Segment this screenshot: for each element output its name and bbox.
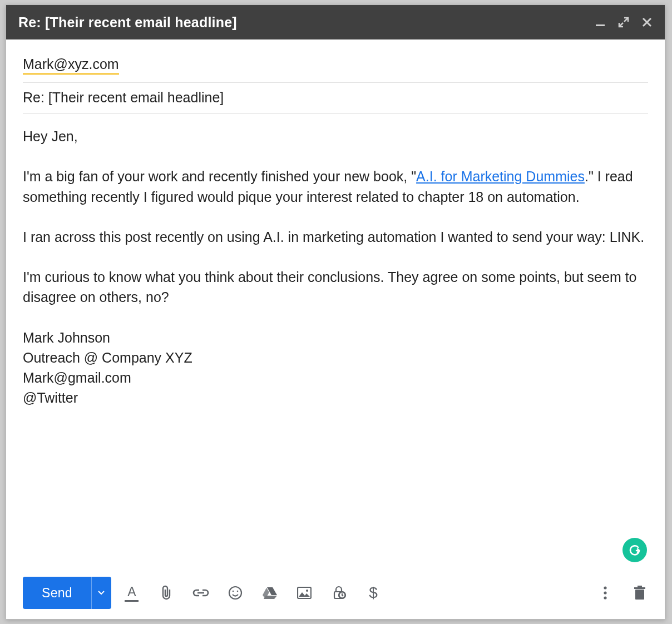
svg-point-10 xyxy=(604,591,606,594)
discard-draft-icon[interactable] xyxy=(631,585,648,601)
minimize-icon[interactable] xyxy=(595,17,606,28)
svg-point-5 xyxy=(306,590,308,592)
grammarly-icon[interactable] xyxy=(622,538,647,562)
insert-photo-icon[interactable] xyxy=(296,585,313,601)
right-tools xyxy=(597,585,648,601)
subject-field[interactable]: Re: [Their recent email headline] xyxy=(23,83,648,114)
body-paragraph-1: I'm a big fan of your work and recently … xyxy=(23,166,648,207)
window-title: Re: [Their recent email headline] xyxy=(18,14,595,31)
svg-point-11 xyxy=(604,596,606,599)
attach-file-icon[interactable] xyxy=(158,585,175,601)
more-options-icon[interactable] xyxy=(597,585,614,601)
book-link[interactable]: A.I. for Marketing Dummies xyxy=(416,169,585,184)
recipient-chip[interactable]: Mark@xyz.com xyxy=(23,56,119,75)
compose-toolbar: Send A xyxy=(6,569,665,619)
svg-point-9 xyxy=(604,586,606,589)
google-drive-icon[interactable] xyxy=(261,585,278,601)
signature-email: Mark@gmail.com xyxy=(23,370,131,385)
dollar-icon[interactable]: $ xyxy=(365,585,382,601)
signature-role: Outreach @ Company XYZ xyxy=(23,350,192,365)
titlebar: Re: [Their recent email headline] xyxy=(6,5,665,39)
send-options-button[interactable] xyxy=(91,577,111,609)
signature-block: Mark Johnson Outreach @ Company XYZ Mark… xyxy=(23,328,648,408)
close-icon[interactable] xyxy=(641,17,653,28)
message-body[interactable]: Hey Jen, I'm a big fan of your work and … xyxy=(6,114,665,569)
formatting-tools: A xyxy=(123,585,382,601)
header-fields: Mark@xyz.com Re: [Their recent email hea… xyxy=(6,39,665,114)
signature-name: Mark Johnson xyxy=(23,330,110,345)
signature-twitter: @Twitter xyxy=(23,390,78,405)
svg-rect-12 xyxy=(635,590,644,600)
titlebar-actions xyxy=(595,17,653,28)
send-button[interactable]: Send xyxy=(23,577,91,609)
insert-emoji-icon[interactable] xyxy=(227,585,244,601)
svg-point-3 xyxy=(237,591,239,592)
svg-rect-0 xyxy=(596,24,605,26)
body-paragraph-3: I'm curious to know what you think about… xyxy=(23,267,648,308)
formatting-options-icon[interactable]: A xyxy=(123,585,140,601)
svg-rect-14 xyxy=(638,586,642,587)
svg-rect-13 xyxy=(634,587,645,589)
compose-window: Re: [Their recent email headline] Mark@x… xyxy=(6,4,665,620)
insert-link-icon[interactable] xyxy=(192,585,209,601)
subject-text: Re: [Their recent email headline] xyxy=(23,90,224,105)
svg-point-1 xyxy=(229,587,241,599)
body-paragraph-2: I ran across this post recently on using… xyxy=(23,227,648,247)
recipients-field[interactable]: Mark@xyz.com xyxy=(23,49,648,83)
send-button-group: Send xyxy=(23,577,111,609)
svg-point-2 xyxy=(233,591,234,592)
body-greeting: Hey Jen, xyxy=(23,126,648,146)
confidential-mode-icon[interactable] xyxy=(330,585,347,601)
fullscreen-icon[interactable] xyxy=(618,17,629,28)
